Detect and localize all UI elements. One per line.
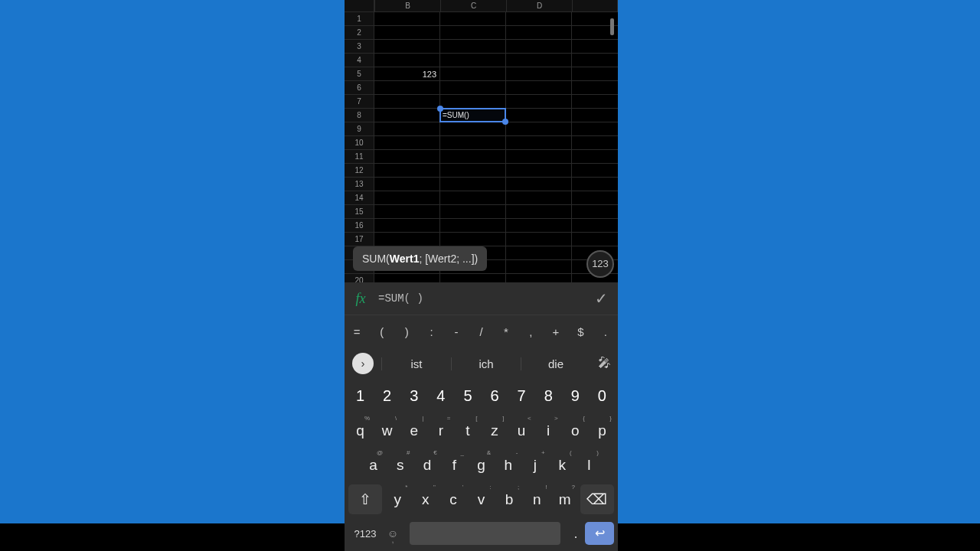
key-u[interactable]: u< xyxy=(510,416,534,445)
cell[interactable] xyxy=(506,233,572,246)
spreadsheet-area[interactable]: B C D 1234567891011121314151617181920 12… xyxy=(345,0,618,282)
period-key[interactable]: . xyxy=(567,526,585,542)
confirm-formula-button[interactable]: ✓ xyxy=(584,289,618,308)
selection-handle-br[interactable] xyxy=(502,119,508,125)
cell-b5[interactable]: 123 xyxy=(374,67,440,81)
col-header-d[interactable]: D xyxy=(507,0,573,12)
key-s[interactable]: s# xyxy=(388,450,412,480)
cell[interactable] xyxy=(374,191,440,205)
key-t[interactable]: t[ xyxy=(456,416,479,445)
cell[interactable] xyxy=(572,109,618,122)
cell[interactable] xyxy=(374,122,440,136)
cell[interactable] xyxy=(572,150,618,164)
cell[interactable] xyxy=(572,40,618,54)
key-2[interactable]: 2 xyxy=(375,381,399,411)
enter-key[interactable]: ↩ xyxy=(585,522,614,545)
emoji-key[interactable]: ☺ xyxy=(382,527,403,540)
row-header-9[interactable]: 9 xyxy=(345,122,374,136)
cell[interactable] xyxy=(506,95,572,109)
row-header-5[interactable]: 5 xyxy=(345,67,374,81)
cell[interactable] xyxy=(506,164,572,178)
cell[interactable] xyxy=(506,219,572,233)
voice-input-button[interactable]: 🎤︎ xyxy=(590,356,618,371)
key-j[interactable]: j+ xyxy=(523,450,547,480)
cell[interactable] xyxy=(572,81,618,95)
symbol-key-4[interactable]: - xyxy=(444,325,469,338)
cell[interactable] xyxy=(572,122,618,136)
shift-key[interactable]: ⇧ xyxy=(348,484,382,514)
row-header-11[interactable]: 11 xyxy=(345,150,374,164)
formula-input[interactable]: =SUM( ) xyxy=(377,292,584,305)
cell[interactable] xyxy=(506,150,572,164)
cell[interactable] xyxy=(506,260,572,274)
cell[interactable] xyxy=(440,12,506,26)
cell[interactable] xyxy=(374,54,440,67)
cell[interactable] xyxy=(506,12,572,26)
cell[interactable] xyxy=(440,81,506,95)
key-l[interactable]: l) xyxy=(577,450,601,480)
cell[interactable] xyxy=(572,95,618,109)
col-header-b[interactable]: B xyxy=(375,0,441,12)
cell[interactable] xyxy=(572,164,618,178)
spacebar-key[interactable] xyxy=(410,522,560,545)
row-header-17[interactable]: 17 xyxy=(345,233,374,246)
cell[interactable] xyxy=(506,122,572,136)
key-b[interactable]: b; xyxy=(497,484,521,514)
key-1[interactable]: 1 xyxy=(348,381,372,411)
suggestion-2[interactable]: ich xyxy=(451,357,521,370)
cell[interactable] xyxy=(506,67,572,81)
row-header-4[interactable]: 4 xyxy=(345,54,374,67)
cell[interactable] xyxy=(506,40,572,54)
key-v[interactable]: v: xyxy=(469,484,493,514)
key-z[interactable]: z] xyxy=(483,416,507,445)
key-5[interactable]: 5 xyxy=(456,381,479,411)
selection-handle-tl[interactable] xyxy=(437,106,443,112)
key-g[interactable]: g& xyxy=(469,450,493,480)
cell[interactable] xyxy=(440,54,506,67)
cell[interactable] xyxy=(506,136,572,150)
col-header-e-partial[interactable] xyxy=(573,0,618,12)
fx-icon[interactable]: fx xyxy=(345,291,377,307)
cell[interactable] xyxy=(374,40,440,54)
key-f[interactable]: f_ xyxy=(443,450,466,480)
row-header-12[interactable]: 12 xyxy=(345,164,374,178)
row-header-16[interactable]: 16 xyxy=(345,219,374,233)
cell[interactable] xyxy=(440,191,506,205)
key-7[interactable]: 7 xyxy=(510,381,534,411)
key-q[interactable]: q% xyxy=(348,416,372,445)
cell[interactable] xyxy=(374,12,440,26)
cell[interactable] xyxy=(506,81,572,95)
symbol-key-5[interactable]: / xyxy=(469,325,493,338)
cell[interactable] xyxy=(374,205,440,219)
cell[interactable] xyxy=(440,40,506,54)
row-header-3[interactable]: 3 xyxy=(345,40,374,54)
suggestion-1[interactable]: ist xyxy=(381,357,451,370)
key-e[interactable]: e| xyxy=(402,416,426,445)
key-h[interactable]: h- xyxy=(496,450,520,480)
cell[interactable] xyxy=(374,219,440,233)
cell[interactable] xyxy=(374,95,440,109)
cells-grid[interactable]: 123 =SUM() xyxy=(374,12,618,282)
key-m[interactable]: m? xyxy=(553,484,577,514)
row-header-14[interactable]: 14 xyxy=(345,191,374,205)
cell[interactable] xyxy=(440,150,506,164)
key-o[interactable]: o{ xyxy=(564,416,587,445)
cell[interactable] xyxy=(440,205,506,219)
key-a[interactable]: a@ xyxy=(361,450,385,480)
cell[interactable] xyxy=(440,164,506,178)
cell[interactable] xyxy=(440,122,506,136)
cell[interactable] xyxy=(440,136,506,150)
cell[interactable] xyxy=(572,136,618,150)
cell[interactable] xyxy=(374,164,440,178)
key-x[interactable]: x" xyxy=(413,484,437,514)
key-6[interactable]: 6 xyxy=(483,381,507,411)
cell[interactable] xyxy=(374,178,440,191)
key-9[interactable]: 9 xyxy=(564,381,587,411)
row-header-7[interactable]: 7 xyxy=(345,95,374,109)
cell[interactable] xyxy=(440,95,506,109)
symbols-mode-key[interactable]: ?123 xyxy=(348,528,382,540)
cell[interactable] xyxy=(506,26,572,40)
symbol-key-1[interactable]: ( xyxy=(369,325,394,338)
key-p[interactable]: p} xyxy=(590,416,614,445)
symbol-key-6[interactable]: * xyxy=(494,325,518,338)
